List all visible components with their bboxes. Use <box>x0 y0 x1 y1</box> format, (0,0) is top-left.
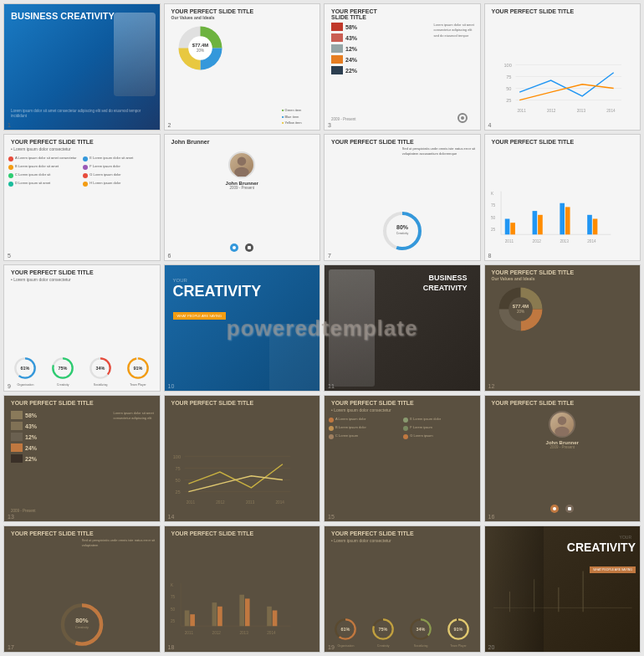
slide-15-subtitle: • Lorem ipsum dolor consectetur <box>331 407 391 413</box>
slide-6[interactable]: John Brunner John Brunner 2009 - Present… <box>164 134 321 261</box>
slide-18[interactable]: YOUR PERFECT SLIDE TITLE K 75 50 25 2011… <box>164 525 321 653</box>
svg-text:34%: 34% <box>96 366 105 371</box>
svg-text:91%: 91% <box>454 627 463 632</box>
slide-8-number: 8 <box>488 253 492 259</box>
slide-20-pre: YOUR <box>620 535 631 540</box>
slide-12-subtitle: Our Values and Ideals <box>492 276 535 281</box>
slide-3-year: 2009 - Present <box>331 117 356 121</box>
slide-13-title: YOUR PERFECT SLIDE TITLE <box>11 400 94 406</box>
slide-20[interactable]: YOUR CREATIVITY WHAT PEOPLE ARE SAYING 2… <box>484 525 641 653</box>
slide-9-title: YOUR PERFECT SLIDE TITLE <box>11 269 94 275</box>
slide-18-number: 18 <box>168 644 175 650</box>
svg-text:$77.4M: $77.4M <box>512 304 529 309</box>
slide-grid: BUSINESS CREATIVITY Lorem ipsum dolor si… <box>0 0 644 656</box>
svg-rect-85 <box>244 598 249 626</box>
svg-text:2012: 2012 <box>216 500 225 505</box>
slide-6-title: John Brunner <box>171 139 210 145</box>
slide-1-image <box>114 13 156 96</box>
slide-16[interactable]: YOUR PERFECT SLIDE TITLE John Brunner 20… <box>484 395 641 522</box>
svg-text:2012: 2012 <box>547 109 556 113</box>
slide-16-number: 16 <box>488 514 495 520</box>
slide-7[interactable]: YOUR PERFECT SLIDE TITLE Sed ut perspici… <box>324 134 481 261</box>
slide-17-gauge: 80% Creativity <box>59 602 105 648</box>
svg-rect-31 <box>538 215 543 234</box>
slide-1-number: 1 <box>8 122 11 128</box>
slide-13[interactable]: YOUR PERFECT SLIDE TITLE 58% 43% 12% 24%… <box>3 395 161 522</box>
svg-rect-82 <box>212 602 217 626</box>
svg-rect-30 <box>532 211 537 234</box>
slide-12[interactable]: YOUR PERFECT SLIDE TITLE Our Values and … <box>484 264 641 392</box>
svg-text:2014: 2014 <box>275 500 284 505</box>
slide-13-year: 2009 - Present <box>11 509 36 513</box>
svg-text:2011: 2011 <box>517 109 526 113</box>
slide-5[interactable]: YOUR PERFECT SLIDE TITLE • Lorem ipsum d… <box>3 134 161 261</box>
svg-rect-81 <box>190 614 195 626</box>
slide-3-bars: 58% 43% 12% 24% 22% <box>331 23 369 77</box>
svg-rect-80 <box>184 611 189 627</box>
slide-1-subtitle: Lorem ipsum dolor sit amet consectetur a… <box>11 109 153 120</box>
svg-rect-29 <box>510 223 515 234</box>
slide-10-subtitle: WHAT PEOPLE ARE SAYING <box>173 312 227 320</box>
slide-9[interactable]: YOUR PERFECT SLIDE TITLE • Lorem ipsum d… <box>3 264 161 392</box>
slide-3-text: Lorem ipsum dolor sit amet consectetur a… <box>434 23 476 38</box>
svg-text:2013: 2013 <box>576 109 585 113</box>
slide-6-number: 6 <box>168 253 171 259</box>
slide-14-number: 14 <box>168 514 175 520</box>
slide-18-chart: K 75 50 25 2011 2012 2013 2014 <box>169 579 294 642</box>
svg-text:61%: 61% <box>341 627 350 632</box>
slide-12-pie: $77.4M 20% <box>493 282 548 336</box>
slide-19-number: 19 <box>328 644 335 650</box>
svg-text:50: 50 <box>490 216 495 220</box>
slide-13-text: Lorem ipsum dolor sit amet consectetur a… <box>114 411 156 422</box>
svg-text:2011: 2011 <box>186 500 195 505</box>
slide-15-title: YOUR PERFECT SLIDE TITLE <box>331 400 414 406</box>
slide-14[interactable]: YOUR PERFECT SLIDE TITLE 100 75 50 25 20… <box>164 395 321 522</box>
slide-19-stats: 61% Organisation 75% Creativity 34% Soc <box>325 618 480 648</box>
slide-19[interactable]: YOUR PERFECT SLIDE TITLE • Lorem ipsum d… <box>324 525 481 653</box>
slide-20-subtitle: WHAT PEOPLE ARE SAYING <box>590 566 636 573</box>
slide-2-subtitle: Our Values and Ideals <box>171 15 215 20</box>
svg-text:25: 25 <box>175 489 180 495</box>
slide-6-icons <box>230 243 253 252</box>
slide-6-avatar <box>228 151 255 178</box>
svg-text:2013: 2013 <box>245 500 254 505</box>
svg-rect-35 <box>592 219 597 235</box>
slide-2-pie: $77.4M 20% <box>173 21 227 75</box>
slide-12-title: YOUR PERFECT SLIDE TITLE <box>492 269 575 275</box>
slide-8[interactable]: YOUR PERFECT SLIDE TITLE K 75 50 25 2011… <box>484 134 641 261</box>
slide-16-title-label: YOUR PERFECT SLIDE TITLE <box>492 400 575 406</box>
svg-rect-28 <box>504 219 509 235</box>
svg-point-17 <box>235 167 250 177</box>
slide-1-title: BUSINESS CREATIVITY <box>11 11 115 22</box>
svg-text:80%: 80% <box>75 617 89 624</box>
slide-3[interactable]: YOUR PERFECTSLIDE TITLE 58% 43% 12% 24% … <box>324 3 481 131</box>
slide-10-number: 10 <box>168 383 175 389</box>
slide-14-title: YOUR PERFECT SLIDE TITLE <box>171 400 254 406</box>
slide-17[interactable]: YOUR PERFECT SLIDE TITLE Sed ut perspici… <box>3 525 161 653</box>
slide-20-figure <box>485 526 544 652</box>
slide-5-number: 5 <box>8 253 11 259</box>
slide-20-title: CREATIVITY <box>567 541 636 554</box>
svg-text:$77.4M: $77.4M <box>192 43 208 48</box>
slide-4-number: 4 <box>488 122 492 128</box>
slide-11[interactable]: BUSINESSCREATIVITY 11 <box>324 264 481 392</box>
svg-text:20%: 20% <box>196 49 203 53</box>
slide-15[interactable]: YOUR PERFECT SLIDE TITLE • Lorem ipsum d… <box>324 395 481 522</box>
svg-text:100: 100 <box>503 63 511 68</box>
slide-16-avatar <box>549 411 575 438</box>
slide-11-image <box>329 269 375 387</box>
svg-text:75: 75 <box>506 74 511 79</box>
slide-16-info: John Brunner 2009 - Present <box>546 440 579 449</box>
svg-text:2013: 2013 <box>560 239 569 243</box>
svg-rect-84 <box>239 595 244 627</box>
svg-text:20%: 20% <box>516 310 524 314</box>
slide-3-icon <box>457 113 468 123</box>
slide-5-list: A Lorem ipsum dolor sit amet consectetur… <box>8 156 156 187</box>
slide-1[interactable]: BUSINESS CREATIVITY Lorem ipsum dolor si… <box>3 3 161 131</box>
slide-12-number: 12 <box>488 383 495 389</box>
slide-4[interactable]: YOUR PERFECT SLIDE TITLE 100 75 50 25 20… <box>484 3 641 131</box>
svg-text:2014: 2014 <box>267 631 276 635</box>
slide-10[interactable]: YOUR CREATIVITY WHAT PEOPLE ARE SAYING 1… <box>164 264 321 392</box>
svg-text:25: 25 <box>490 228 495 232</box>
slide-2[interactable]: YOUR PERFECT SLIDE TITLE Our Values and … <box>164 3 321 131</box>
